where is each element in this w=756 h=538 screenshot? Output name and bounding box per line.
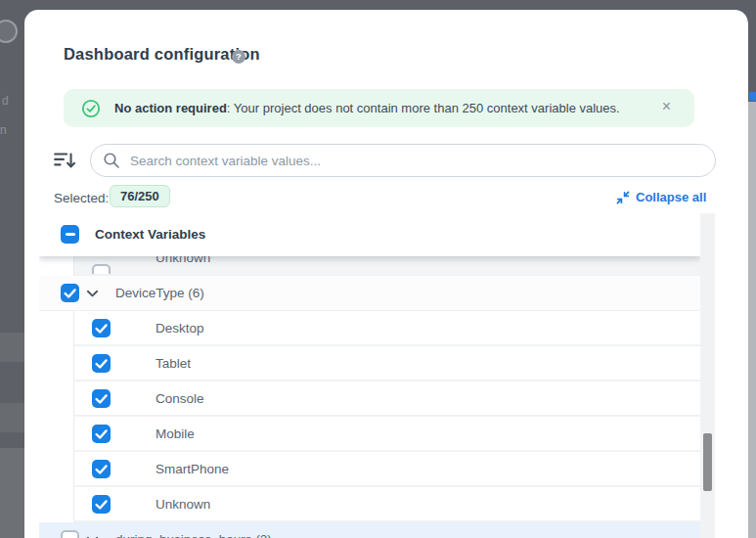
row-checkbox[interactable] <box>92 389 111 408</box>
checkmark-icon <box>92 354 111 373</box>
row-checkbox[interactable] <box>61 284 79 302</box>
checkmark-icon <box>61 284 79 302</box>
row-label: SmartPhone <box>156 462 229 476</box>
collapse-icon <box>616 191 630 204</box>
row-label: during_business_hours (2) <box>115 532 272 538</box>
row-label: Tablet <box>156 356 191 371</box>
tree-rows: Unknown DeviceType (6) Desktop <box>39 256 700 538</box>
page-title: Dashboard configuration <box>64 45 260 64</box>
background-row-hint <box>0 333 24 362</box>
row-checkbox[interactable] <box>92 319 111 337</box>
help-icon[interactable]: ? <box>232 50 245 64</box>
background-panel-edge <box>748 102 756 538</box>
sort-descending-icon[interactable] <box>53 148 76 173</box>
tree-row[interactable]: Console <box>73 381 700 417</box>
no-action-banner: No action required: Your project does no… <box>64 89 694 127</box>
selected-count-badge: 76/250 <box>110 185 170 207</box>
checkmark-icon <box>92 389 111 408</box>
row-label: Mobile <box>156 426 195 441</box>
row-checkbox[interactable] <box>92 460 111 478</box>
checkmark-icon <box>92 425 111 443</box>
selected-label: Selected: <box>54 191 109 205</box>
row-label: Unknown <box>156 497 210 512</box>
chevron-down-icon[interactable] <box>86 290 99 298</box>
dashboard-configuration-modal: Dashboard configuration ? No action requ… <box>24 10 748 538</box>
background-link-fragment <box>749 92 756 101</box>
row-checkbox[interactable] <box>92 354 111 373</box>
checkmark-icon <box>92 460 111 478</box>
banner-message-bold: No action required <box>114 101 227 115</box>
collapse-all-label: Collapse all <box>636 190 706 204</box>
banner-message-rest: : Your project does not contain more tha… <box>227 101 620 115</box>
tree-row[interactable]: Mobile <box>73 417 700 452</box>
tree-row[interactable]: Unknown <box>73 487 700 522</box>
tree-row[interactable]: Tablet <box>73 346 700 381</box>
check-circle-icon <box>81 99 101 118</box>
tree-header-row[interactable]: Context Variables <box>39 213 700 256</box>
tree-header-label: Context Variables <box>95 227 205 242</box>
row-checkbox[interactable] <box>92 264 111 276</box>
row-checkbox[interactable] <box>61 530 79 538</box>
checkmark-icon <box>92 319 111 337</box>
tree-row[interactable]: Desktop <box>73 311 700 346</box>
row-label: Unknown <box>156 256 210 265</box>
tree-row[interactable]: DeviceType (6) <box>39 276 700 311</box>
checkmark-icon <box>92 495 111 514</box>
tree-row[interactable]: during_business_hours (2) <box>39 522 700 538</box>
row-label: Console <box>156 391 204 406</box>
row-checkbox[interactable] <box>92 495 111 514</box>
banner-close-icon[interactable]: × <box>662 98 671 115</box>
context-variable-tree: Context Variables Unknown DeviceType (6) <box>39 213 700 538</box>
search-container <box>90 144 716 177</box>
background-text-fragment: n <box>0 123 7 137</box>
collapse-all-button[interactable]: Collapse all <box>616 190 706 204</box>
tree-row[interactable]: SmartPhone <box>73 452 700 487</box>
row-label: Desktop <box>156 321 204 336</box>
background-row-hint <box>0 448 24 538</box>
scrollbar-thumb[interactable] <box>703 433 712 491</box>
row-label: DeviceType (6) <box>115 286 204 300</box>
banner-message: No action required: Your project does no… <box>114 101 620 115</box>
tree-row[interactable]: Unknown <box>73 256 700 276</box>
select-all-checkbox[interactable] <box>61 225 79 244</box>
background-avatar <box>0 20 18 43</box>
background-text-fragment: d <box>2 94 9 108</box>
search-input[interactable] <box>90 144 716 177</box>
row-checkbox[interactable] <box>92 425 111 443</box>
background-row-hint <box>0 403 24 432</box>
